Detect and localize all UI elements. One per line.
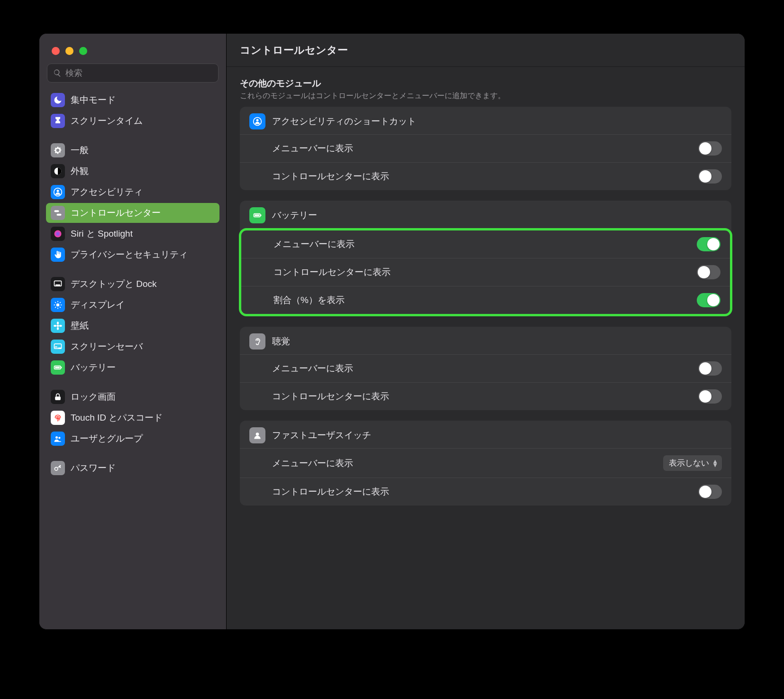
sidebar-list: 集中モードスクリーンタイム一般外観アクセシビリティコントロールセンターSiri … <box>39 88 226 629</box>
sidebar-item-privacy[interactable]: プライバシーとセキュリティ <box>46 245 219 265</box>
search-input[interactable]: 検索 <box>47 64 219 83</box>
sidebar-item-focus[interactable]: 集中モード <box>46 90 219 110</box>
select-value: 表示しない <box>669 458 709 469</box>
sidebar-item-label: Siri と Spotlight <box>71 228 133 240</box>
svg-line-13 <box>55 302 56 303</box>
toggle-switch[interactable] <box>698 141 722 156</box>
sidebar-item-label: Touch ID とパスコード <box>71 412 163 424</box>
svg-point-20 <box>54 325 56 327</box>
setting-label: メニューバーに表示 <box>272 457 353 469</box>
svg-rect-7 <box>55 285 60 286</box>
ear-icon <box>249 333 265 350</box>
module-card-battery: バッテリーメニューバーに表示コントロールセンターに表示割合（%）を表示 <box>240 201 731 316</box>
setting-label: コントロールセンターに表示 <box>272 486 389 498</box>
module-title: アクセシビリティのショートカット <box>272 115 416 128</box>
setting-row: メニューバーに表示表示しない▲▼ <box>240 448 731 478</box>
module-card-hearing: 聴覚メニューバーに表示コントロールセンターに表示 <box>240 327 731 410</box>
dock-icon <box>51 277 65 291</box>
flower-icon <box>51 319 65 333</box>
svg-point-29 <box>55 467 58 470</box>
sidebar-item-general[interactable]: 一般 <box>46 140 219 160</box>
setting-row: メニューバーに表示 <box>240 354 731 382</box>
module-card-a11y-shortcuts: アクセシビリティのショートカットメニューバーに表示コントロールセンターに表示 <box>240 107 731 190</box>
main-pane: コントロールセンター その他のモジュール これらのモジュールはコントロールセンタ… <box>227 34 745 629</box>
svg-line-15 <box>55 307 56 308</box>
sidebar-item-appearance[interactable]: 外観 <box>46 161 219 181</box>
sidebar-item-screensaver[interactable]: スクリーンセーバ <box>46 337 219 357</box>
sidebar-item-touchid[interactable]: Touch ID とパスコード <box>46 408 219 428</box>
svg-rect-26 <box>55 396 61 400</box>
setting-row: 割合（%）を表示 <box>241 286 730 314</box>
svg-rect-34 <box>261 214 262 216</box>
hand-icon <box>51 248 65 262</box>
svg-point-27 <box>55 436 58 439</box>
toggle-switch[interactable] <box>698 389 722 404</box>
sidebar-item-passwords[interactable]: パスワード <box>46 458 219 478</box>
moon-icon <box>51 93 65 107</box>
module-title: 聴覚 <box>272 335 290 348</box>
toggle-switch[interactable] <box>697 237 720 251</box>
toggle-switch[interactable] <box>698 169 722 184</box>
person-icon <box>249 113 265 129</box>
sidebar-item-label: 外観 <box>71 165 89 177</box>
titlebar: コントロールセンター <box>227 34 745 67</box>
select-dropdown[interactable]: 表示しない▲▼ <box>663 455 722 471</box>
svg-rect-24 <box>55 367 60 368</box>
sidebar-item-label: ディスプレイ <box>71 299 125 311</box>
sidebar-item-controlcenter[interactable]: コントロールセンター <box>46 203 219 223</box>
sidebar-item-wallpaper[interactable]: 壁紙 <box>46 316 219 336</box>
svg-point-35 <box>256 432 259 436</box>
battery-icon <box>51 360 65 375</box>
sidebar-item-label: ロック画面 <box>71 391 116 403</box>
sidebar-item-users[interactable]: ユーザとグループ <box>46 429 219 449</box>
minimize-button[interactable] <box>65 47 73 55</box>
svg-point-2 <box>57 190 59 192</box>
setting-row: コントロールセンターに表示 <box>240 382 731 410</box>
sidebar-item-label: プライバシーとセキュリティ <box>71 248 188 261</box>
sidebar: 検索 集中モードスクリーンタイム一般外観アクセシビリティコントロールセンターSi… <box>39 34 227 629</box>
sun-icon <box>51 298 65 312</box>
search-placeholder: 検索 <box>65 67 82 79</box>
sidebar-item-label: ユーザとグループ <box>71 432 143 445</box>
svg-point-19 <box>57 327 59 330</box>
module-title: ファストユーザスイッチ <box>272 429 371 441</box>
sidebar-item-screentime[interactable]: スクリーンタイム <box>46 111 219 131</box>
sidebar-item-label: 一般 <box>71 144 89 156</box>
svg-rect-25 <box>61 367 62 368</box>
toggle-switch[interactable] <box>698 361 722 376</box>
sidebar-item-accessibility[interactable]: アクセシビリティ <box>46 182 219 202</box>
fingerprint-icon <box>51 411 65 425</box>
switches-icon <box>51 206 65 220</box>
svg-point-28 <box>58 437 60 439</box>
svg-point-8 <box>56 304 60 307</box>
highlight-annotation: メニューバーに表示コントロールセンターに表示割合（%）を表示 <box>239 228 732 316</box>
page-title: コントロールセンター <box>240 43 348 57</box>
svg-line-16 <box>60 302 61 303</box>
sidebar-item-label: バッテリー <box>71 361 116 374</box>
sidebar-item-label: 壁紙 <box>71 320 89 332</box>
sidebar-item-battery[interactable]: バッテリー <box>46 358 219 377</box>
setting-row: メニューバーに表示 <box>240 134 731 162</box>
lock-icon <box>51 390 65 404</box>
svg-rect-3 <box>55 210 59 212</box>
sidebar-item-label: パスワード <box>71 462 116 474</box>
battery-icon <box>249 207 265 223</box>
setting-row: コントロールセンターに表示 <box>240 478 731 506</box>
sidebar-item-lock[interactable]: ロック画面 <box>46 387 219 407</box>
content-area[interactable]: その他のモジュール これらのモジュールはコントロールセンターとメニューバーに追加… <box>227 67 745 629</box>
setting-label: コントロールセンターに表示 <box>272 170 389 183</box>
zoom-button[interactable] <box>79 47 87 55</box>
siri-icon <box>51 227 65 241</box>
close-button[interactable] <box>52 47 60 55</box>
sidebar-item-siri[interactable]: Siri と Spotlight <box>46 224 219 244</box>
section-header: その他のモジュール これらのモジュールはコントロールセンターとメニューバーに追加… <box>240 77 731 101</box>
toggle-switch[interactable] <box>698 485 722 499</box>
toggle-switch[interactable] <box>697 265 720 279</box>
sidebar-item-label: デスクトップと Dock <box>71 278 157 290</box>
toggle-switch[interactable] <box>697 293 720 307</box>
module-header: ファストユーザスイッチ <box>240 421 731 448</box>
key-icon <box>51 461 65 475</box>
sidebar-item-displays[interactable]: ディスプレイ <box>46 295 219 315</box>
person-icon <box>51 185 65 199</box>
sidebar-item-desktop[interactable]: デスクトップと Dock <box>46 274 219 294</box>
